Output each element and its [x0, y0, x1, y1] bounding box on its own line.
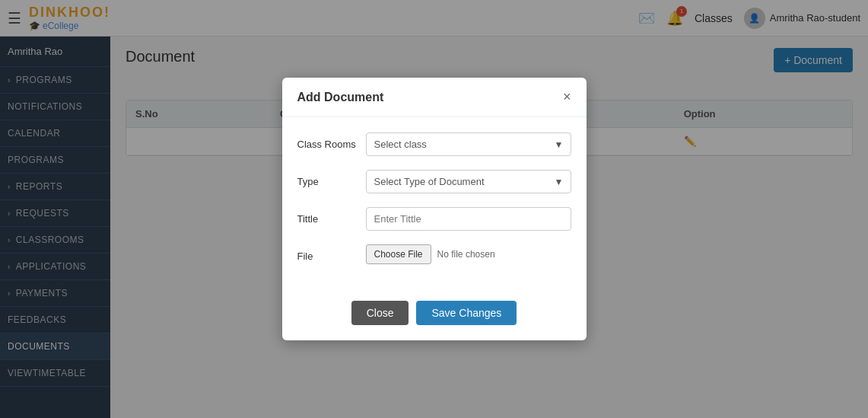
type-select-wrapper: Select Type of Document ▼ [366, 170, 571, 193]
classrooms-select-wrapper: Select class ▼ [366, 132, 571, 156]
modal-footer: Close Save Changes [282, 293, 587, 340]
type-select[interactable]: Select Type of Document [366, 170, 571, 193]
file-no-chosen-label: No file chosen [437, 249, 495, 260]
modal-overlay: Add Document × Class Rooms Select class … [0, 0, 868, 418]
choose-file-button[interactable]: Choose File [366, 244, 431, 264]
file-group: File Choose File No file chosen [297, 244, 571, 264]
classrooms-select[interactable]: Select class [366, 132, 571, 156]
tittle-label: Tittle [297, 207, 358, 225]
close-button[interactable]: Close [351, 301, 409, 325]
type-label: Type [297, 170, 358, 187]
add-document-modal: Add Document × Class Rooms Select class … [282, 78, 587, 340]
classrooms-label: Class Rooms [297, 132, 358, 150]
file-label: File [297, 244, 358, 262]
modal-close-button[interactable]: × [563, 89, 571, 105]
modal-title: Add Document [297, 91, 384, 104]
tittle-input[interactable] [366, 207, 571, 231]
classrooms-group: Class Rooms Select class ▼ [297, 132, 571, 156]
modal-body: Class Rooms Select class ▼ Type Select T… [282, 117, 587, 293]
file-input-wrapper: Choose File No file chosen [366, 244, 571, 264]
save-changes-button[interactable]: Save Changes [416, 301, 517, 325]
modal-header: Add Document × [282, 78, 587, 117]
tittle-group: Tittle [297, 207, 571, 231]
type-group: Type Select Type of Document ▼ [297, 170, 571, 193]
